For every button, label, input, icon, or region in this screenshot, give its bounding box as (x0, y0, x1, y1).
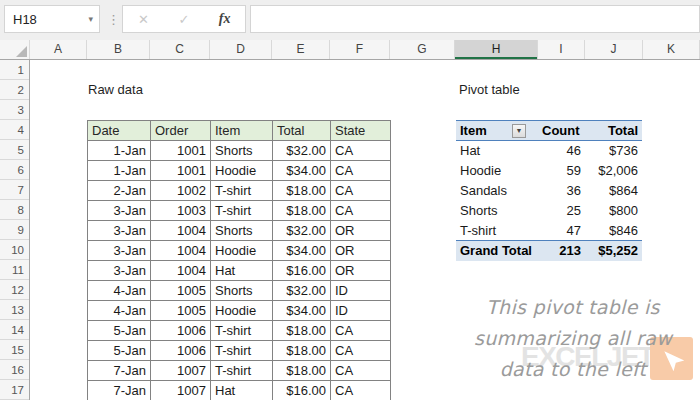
raw-data-cell[interactable]: 1007 (151, 361, 211, 381)
raw-data-cell[interactable]: $32.00 (273, 141, 331, 161)
row-header-3[interactable]: 3 (0, 100, 29, 120)
raw-data-cell[interactable]: Hoodie (211, 301, 273, 321)
raw-data-cell[interactable]: 1004 (151, 221, 211, 241)
raw-data-cell[interactable]: OR (331, 261, 391, 281)
pivot-data-cell[interactable]: 25 (538, 201, 585, 221)
raw-data-cell[interactable]: 1-Jan (88, 161, 151, 181)
raw-data-cell[interactable]: OR (331, 221, 391, 241)
raw-data-cell[interactable]: $34.00 (273, 241, 331, 261)
column-header-D[interactable]: D (210, 40, 272, 59)
raw-data-cell[interactable]: $16.00 (273, 261, 331, 281)
pivot-data-cell[interactable]: $736 (585, 141, 642, 161)
raw-data-cell[interactable]: 1006 (151, 341, 211, 361)
raw-data-cell[interactable]: Hat (211, 261, 273, 281)
raw-data-cell[interactable]: 1004 (151, 261, 211, 281)
raw-data-cell[interactable]: OR (331, 241, 391, 261)
raw-data-cell[interactable]: CA (331, 161, 391, 181)
column-header-K[interactable]: K (643, 40, 700, 59)
raw-data-cell[interactable]: 5-Jan (88, 321, 151, 341)
row-header-14[interactable]: 14 (0, 320, 29, 340)
name-box-dropdown-icon[interactable]: ▾ (88, 14, 99, 24)
pivot-data-cell[interactable]: 47 (538, 221, 585, 241)
row-header-4[interactable]: 4 (0, 120, 29, 140)
raw-data-cell[interactable]: CA (331, 321, 391, 341)
raw-data-cell[interactable]: 1005 (151, 281, 211, 301)
raw-data-cell[interactable]: Hoodie (211, 241, 273, 261)
row-header-11[interactable]: 11 (0, 260, 29, 280)
column-header-I[interactable]: I (538, 40, 585, 59)
raw-data-cell[interactable]: T-shirt (211, 361, 273, 381)
raw-data-cell[interactable]: 3-Jan (88, 221, 151, 241)
raw-data-cell[interactable]: 1001 (151, 161, 211, 181)
raw-data-cell[interactable]: $18.00 (273, 201, 331, 221)
raw-header-cell[interactable]: Total (273, 121, 331, 141)
row-header-15[interactable]: 15 (0, 340, 29, 360)
raw-data-cell[interactable]: $32.00 (273, 281, 331, 301)
raw-data-cell[interactable]: T-shirt (211, 181, 273, 201)
insert-function-icon[interactable]: fx (204, 11, 245, 27)
column-header-E[interactable]: E (272, 40, 330, 59)
raw-data-cell[interactable]: Shorts (211, 141, 273, 161)
raw-data-cell[interactable]: $16.00 (273, 381, 331, 400)
row-header-13[interactable]: 13 (0, 300, 29, 320)
raw-data-cell[interactable]: $18.00 (273, 321, 331, 341)
pivot-data-cell[interactable]: Hat (456, 141, 538, 161)
raw-data-cell[interactable]: 4-Jan (88, 281, 151, 301)
row-header-1[interactable]: 1 (0, 60, 29, 80)
raw-data-cell[interactable]: 1-Jan (88, 141, 151, 161)
column-header-F[interactable]: F (330, 40, 390, 59)
raw-data-cell[interactable]: CA (331, 341, 391, 361)
pivot-data-cell[interactable]: Hoodie (456, 161, 538, 181)
pivot-header-cell[interactable]: Item▼ (456, 121, 538, 141)
raw-header-cell[interactable]: Item (211, 121, 273, 141)
raw-data-cell[interactable]: T-shirt (211, 341, 273, 361)
pivot-data-cell[interactable]: 59 (538, 161, 585, 181)
row-header-7[interactable]: 7 (0, 180, 29, 200)
raw-header-cell[interactable]: Order (151, 121, 211, 141)
raw-data-cell[interactable]: 1004 (151, 241, 211, 261)
row-header-10[interactable]: 10 (0, 240, 29, 260)
raw-data-cell[interactable]: $18.00 (273, 341, 331, 361)
raw-data-cell[interactable]: 3-Jan (88, 241, 151, 261)
column-header-B[interactable]: B (87, 40, 150, 59)
pivot-data-cell[interactable]: $2,006 (585, 161, 642, 181)
row-header-8[interactable]: 8 (0, 200, 29, 220)
raw-data-cell[interactable]: 3-Jan (88, 261, 151, 281)
pivot-table-title[interactable]: Pivot table (459, 80, 520, 100)
select-all-corner[interactable] (0, 40, 30, 59)
pivot-data-cell[interactable]: T-shirt (456, 221, 538, 241)
raw-data-cell[interactable]: 1005 (151, 301, 211, 321)
pivot-data-cell[interactable]: Sandals (456, 181, 538, 201)
raw-data-title[interactable]: Raw data (88, 80, 143, 100)
pivot-data-cell[interactable]: $864 (585, 181, 642, 201)
pivot-header-cell[interactable]: Count (538, 121, 585, 141)
raw-data-cell[interactable]: $34.00 (273, 161, 331, 181)
raw-data-cell[interactable]: 7-Jan (88, 361, 151, 381)
raw-data-cell[interactable]: ID (331, 281, 391, 301)
raw-data-cell[interactable]: 4-Jan (88, 301, 151, 321)
column-header-H[interactable]: H (455, 40, 538, 59)
row-header-2[interactable]: 2 (0, 80, 29, 100)
pivot-data-cell[interactable]: Shorts (456, 201, 538, 221)
row-header-6[interactable]: 6 (0, 160, 29, 180)
raw-data-cell[interactable]: $34.00 (273, 301, 331, 321)
pivot-grand-total-cell[interactable]: 213 (538, 241, 585, 261)
confirm-icon[interactable]: ✓ (164, 12, 205, 27)
pivot-grand-total-cell[interactable]: $5,252 (585, 241, 642, 261)
formula-bar-input[interactable] (250, 5, 700, 33)
row-header-16[interactable]: 16 (0, 360, 29, 380)
pivot-grand-total-cell[interactable]: Grand Total (456, 241, 538, 261)
raw-data-cell[interactable]: $18.00 (273, 361, 331, 381)
raw-data-cell[interactable]: 1007 (151, 381, 211, 400)
raw-data-cell[interactable]: 5-Jan (88, 341, 151, 361)
raw-data-cell[interactable]: CA (331, 201, 391, 221)
raw-data-cell[interactable]: ID (331, 301, 391, 321)
pivot-data-cell[interactable]: $800 (585, 201, 642, 221)
raw-data-cell[interactable]: 1001 (151, 141, 211, 161)
raw-header-cell[interactable]: State (331, 121, 391, 141)
pivot-data-cell[interactable]: 36 (538, 181, 585, 201)
raw-data-cell[interactable]: Hoodie (211, 161, 273, 181)
pivot-data-cell[interactable]: 46 (538, 141, 585, 161)
raw-data-cell[interactable]: 3-Jan (88, 201, 151, 221)
cancel-icon[interactable]: ✕ (123, 12, 164, 27)
